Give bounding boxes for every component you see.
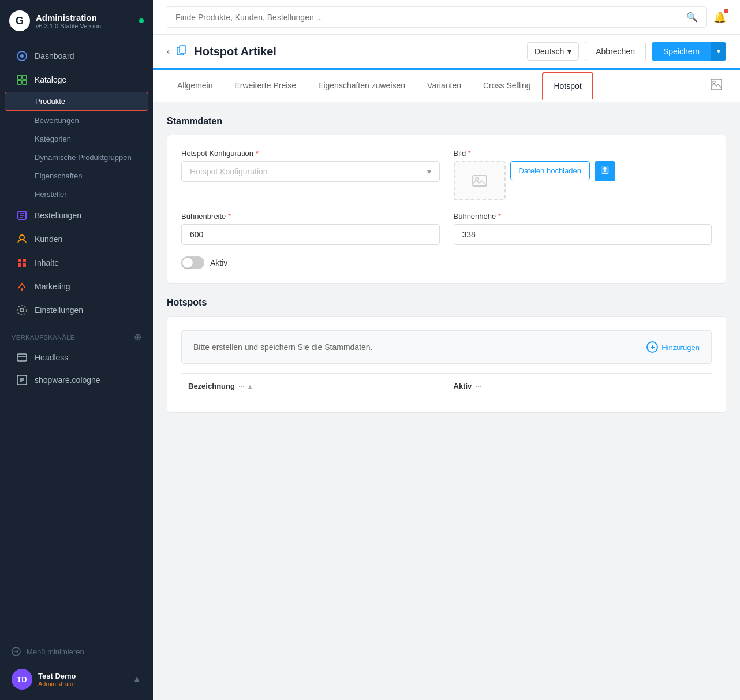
bild-required: * bbox=[468, 149, 471, 158]
sidebar-footer: Menü minimieren TD Test Demo Administrat… bbox=[0, 636, 153, 700]
upload-files-button[interactable]: Dateien hochladen bbox=[510, 161, 590, 180]
user-profile[interactable]: TD Test Demo Administrator ▲ bbox=[9, 665, 144, 693]
hotspot-config-label: Hotspot Konfiguration * bbox=[181, 149, 440, 158]
empty-hint-text: Bitte erstellen und speichern Sie die St… bbox=[193, 342, 373, 352]
aktiv-col-label: Aktiv bbox=[454, 382, 472, 390]
tab-erweiterte-preise[interactable]: Erweiterte Preise bbox=[224, 73, 307, 99]
content-area: Stammdaten Hotspot Konfiguration * Hotsp… bbox=[153, 102, 740, 700]
tab-varianten[interactable]: Varianten bbox=[417, 73, 472, 99]
stammdaten-card: Hotspot Konfiguration * Hotspot Konfigur… bbox=[167, 135, 726, 284]
toggle-knob bbox=[182, 258, 193, 268]
sidebar-item-eigenschaften[interactable]: Eigenschaften bbox=[5, 167, 148, 185]
save-button[interactable]: Speichern bbox=[652, 42, 711, 61]
sidebar-item-produkte[interactable]: Produkte bbox=[5, 92, 148, 111]
svg-rect-14 bbox=[23, 263, 26, 267]
lang-chevron-icon: ▾ bbox=[567, 47, 571, 56]
app-name: Administration bbox=[36, 13, 101, 23]
table-header: Bezeichnung ··· ▲ Aktiv ··· bbox=[181, 373, 712, 399]
tab-eigenschaften-zuweisen[interactable]: Eigenschaften zuweisen bbox=[308, 73, 416, 99]
sidebar-item-hersteller[interactable]: Hersteller bbox=[5, 185, 148, 203]
buehnenhöhe-required: * bbox=[498, 212, 501, 221]
search-icon[interactable]: 🔍 bbox=[686, 12, 698, 23]
tab-allgemein[interactable]: Allgemein bbox=[167, 73, 223, 99]
save-button-group: Speichern ▾ bbox=[652, 42, 726, 61]
headless-icon bbox=[16, 352, 28, 363]
svg-point-17 bbox=[17, 306, 27, 315]
save-dropdown-button[interactable]: ▾ bbox=[711, 42, 726, 61]
upload-icon-button[interactable] bbox=[595, 161, 615, 181]
empty-hint: Bitte erstellen und speichern Sie die St… bbox=[181, 330, 712, 364]
sidebar-item-kataloge[interactable]: Kataloge bbox=[5, 68, 148, 91]
form-group-buehnenhöhe: Bühnenhöhe * bbox=[454, 212, 712, 245]
sidebar-item-inhalte[interactable]: Inhalte bbox=[5, 251, 148, 274]
marketing-icon bbox=[16, 281, 28, 292]
svg-rect-12 bbox=[23, 259, 26, 262]
sidebar-item-einstellungen[interactable]: Einstellungen bbox=[5, 299, 148, 322]
sidebar-item-bewertungen[interactable]: Bewertungen bbox=[5, 111, 148, 129]
add-channel-icon[interactable]: ⊕ bbox=[134, 332, 142, 342]
sidebar-nav: Dashboard Kataloge Produkte Bewertungen … bbox=[0, 39, 153, 636]
sidebar-label-bewertungen: Bewertungen bbox=[35, 116, 79, 125]
copy-button[interactable] bbox=[177, 45, 187, 58]
search-input[interactable] bbox=[175, 13, 682, 22]
buehnenbreite-required: * bbox=[228, 212, 231, 221]
user-avatar: TD bbox=[12, 669, 32, 690]
hotspot-config-required: * bbox=[256, 149, 259, 158]
back-button[interactable]: ‹ bbox=[167, 46, 170, 57]
sidebar-label-dynamische-produktgruppen: Dynamische Produktgruppen bbox=[35, 153, 132, 162]
language-selector[interactable]: Deutsch ▾ bbox=[527, 42, 579, 61]
content-icon bbox=[16, 257, 28, 269]
aktiv-toggle[interactable] bbox=[181, 256, 204, 269]
user-info: Test Demo Administrator bbox=[38, 672, 76, 687]
buehnenbreite-input[interactable] bbox=[181, 224, 440, 245]
topbar-icons: 🔔 bbox=[713, 11, 726, 24]
sidebar-label-inhalte: Inhalte bbox=[35, 258, 59, 267]
column-bezeichnung: Bezeichnung ··· ▲ bbox=[181, 379, 447, 393]
sidebar-item-marketing[interactable]: Marketing bbox=[5, 275, 148, 298]
sidebar-item-shopware-cologne[interactable]: shopware.cologne bbox=[5, 369, 148, 391]
aktiv-more-icon[interactable]: ··· bbox=[475, 382, 481, 390]
page-header: ‹ Hotspot Artikel Deutsch ▾ Abbrechen Sp… bbox=[153, 35, 740, 70]
sidebar-label-eigenschaften: Eigenschaften bbox=[35, 172, 82, 180]
svg-rect-18 bbox=[17, 354, 27, 361]
hotspots-card: Bitte erstellen und speichern Sie die St… bbox=[167, 316, 726, 413]
svg-rect-5 bbox=[23, 80, 27, 84]
topbar: 🔍 🔔 bbox=[153, 0, 740, 35]
shopware-icon bbox=[16, 374, 28, 386]
column-aktiv: Aktiv ··· bbox=[447, 379, 712, 393]
sidebar-item-bestellungen[interactable]: Bestellungen bbox=[5, 204, 148, 227]
add-hotspot-button[interactable]: + Hinzufügen bbox=[646, 341, 700, 353]
sidebar-label-kataloge: Kataloge bbox=[35, 75, 66, 84]
bezeichnung-label: Bezeichnung bbox=[188, 382, 235, 390]
user-name: Test Demo bbox=[38, 672, 76, 680]
bezeichnung-sort-icon[interactable]: ▲ bbox=[247, 383, 253, 390]
sidebar-label-einstellungen: Einstellungen bbox=[35, 306, 83, 315]
tab-hotspot[interactable]: Hotspot bbox=[542, 72, 593, 100]
app-logo: G bbox=[9, 10, 30, 31]
cancel-button[interactable]: Abbrechen bbox=[585, 42, 646, 61]
buehnenhöhe-input[interactable] bbox=[454, 224, 712, 245]
tab-image-icon[interactable] bbox=[707, 70, 726, 102]
buehnenhöhe-label: Bühnenhöhe * bbox=[454, 212, 712, 221]
notification-icon[interactable]: 🔔 bbox=[713, 11, 726, 24]
sidebar-item-kategorien[interactable]: Kategorien bbox=[5, 130, 148, 148]
buehnenbreite-label: Bühnenbreite * bbox=[181, 212, 440, 221]
bezeichnung-more-icon[interactable]: ··· bbox=[238, 382, 245, 390]
tab-cross-selling[interactable]: Cross Selling bbox=[473, 73, 541, 99]
minimize-menu-button[interactable]: Menü minimieren bbox=[9, 643, 144, 660]
svg-point-28 bbox=[713, 81, 715, 84]
minimize-menu-label: Menü minimieren bbox=[27, 647, 84, 656]
sidebar-label-bestellungen: Bestellungen bbox=[35, 211, 81, 220]
sidebar-item-headless[interactable]: Headless bbox=[5, 347, 148, 368]
sidebar-item-dashboard[interactable]: Dashboard bbox=[5, 44, 148, 68]
orders-icon bbox=[16, 210, 28, 221]
form-group-buehnenbreite: Bühnenbreite * bbox=[181, 212, 440, 245]
hotspot-config-select[interactable]: Hotspot Konfiguration ▾ bbox=[181, 161, 440, 182]
svg-point-16 bbox=[20, 308, 24, 312]
aktiv-toggle-row: Aktiv bbox=[181, 256, 712, 269]
svg-rect-13 bbox=[18, 263, 21, 267]
sidebar-item-dynamische-produktgruppen[interactable]: Dynamische Produktgruppen bbox=[5, 148, 148, 166]
bild-label: Bild * bbox=[454, 149, 712, 158]
sidebar-item-kunden[interactable]: Kunden bbox=[5, 228, 148, 251]
sidebar-label-shopware-cologne: shopware.cologne bbox=[35, 375, 100, 385]
